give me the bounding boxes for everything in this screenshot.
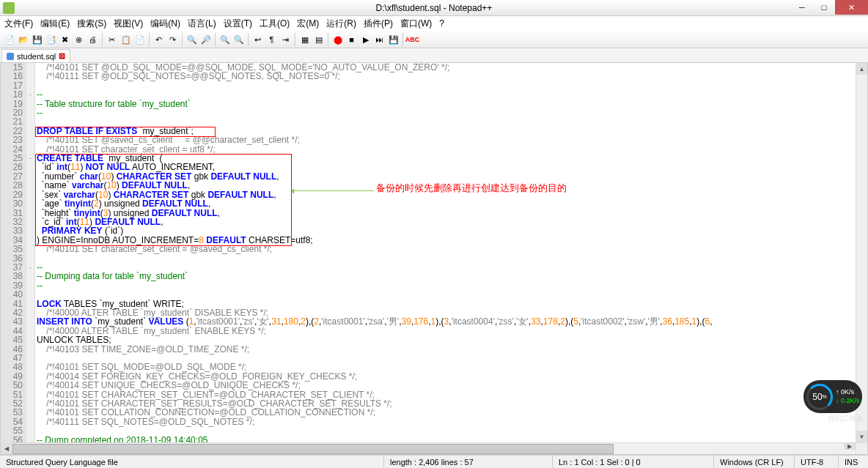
menu-item[interactable]: 编码(N) (149, 17, 182, 31)
print-icon[interactable]: 🖨 (87, 34, 99, 46)
spellcheck-icon[interactable]: ABC (406, 34, 419, 46)
annotation-text: 备份的时候先删除再进行创建达到备份的目的 (376, 184, 567, 193)
menu-item[interactable]: ? (438, 18, 446, 29)
wrap-icon[interactable]: ↩ (251, 34, 264, 46)
menu-bar: 文件(F)编辑(E)搜索(S)视图(V)编码(N)语言(L)设置(T)工具(O)… (0, 16, 868, 31)
app-icon (3, 2, 15, 14)
title-bar: D:\xfl\student.sql - Notepad++ ─ □ ✕ (0, 0, 868, 16)
tab-student-sql[interactable]: student.sql ⊠ (1, 49, 70, 62)
tab-close-icon[interactable]: ⊠ (59, 51, 65, 61)
menu-item[interactable]: 视图(V) (112, 17, 144, 31)
fold-icon[interactable]: ▦ (298, 34, 311, 46)
indent-icon[interactable]: ⇥ (279, 34, 292, 46)
annotation-arrow (292, 190, 374, 191)
savemacro-icon[interactable]: 💾 (387, 34, 400, 46)
scroll-thumb[interactable] (12, 444, 614, 454)
status-insert: INS (839, 456, 868, 468)
close-icon[interactable]: ✖ (59, 34, 71, 46)
zoomout-icon[interactable]: 🔍 (232, 34, 245, 46)
save-icon[interactable]: 💾 (31, 34, 43, 46)
zoomin-icon[interactable]: 🔍 (218, 34, 231, 46)
minimize-button[interactable]: ─ (791, 0, 813, 15)
open-icon[interactable]: 📂 (17, 34, 29, 46)
replace-icon[interactable]: 🔎 (199, 34, 212, 46)
tab-label: student.sql (17, 52, 56, 61)
scroll-corner (856, 442, 867, 454)
scroll-down-icon[interactable]: ▼ (856, 431, 867, 442)
cpu-percent: 50% (806, 384, 833, 410)
toolbar: 📄 📂 💾 📑 ✖ ⊗ 🖨 ✂ 📋 📄 ↶ ↷ 🔍 🔎 🔍 🔍 ↩ ¶ ⇥ ▦ … (0, 31, 868, 48)
paste-icon[interactable]: 📄 (133, 34, 146, 46)
cut-icon[interactable]: ✂ (106, 34, 118, 46)
menu-item[interactable]: 语言(L) (186, 17, 218, 31)
menu-item[interactable]: 工具(O) (258, 17, 291, 31)
invisible-icon[interactable]: ¶ (265, 34, 278, 46)
undo-icon[interactable]: ↶ (152, 34, 165, 46)
copy-icon[interactable]: 📋 (119, 34, 132, 46)
menu-item[interactable]: 文件(F) (3, 17, 34, 31)
menu-item[interactable]: 窗口(W) (399, 17, 433, 31)
file-icon (7, 53, 14, 60)
watermark: @51C博客 (828, 414, 864, 424)
status-encoding: UTF-8 (795, 456, 839, 468)
status-language: Structured Query Language file (0, 456, 384, 468)
tab-bar: student.sql ⊠ (0, 48, 868, 63)
play-icon[interactable]: ▶ (359, 34, 372, 46)
net-stats: ↑ 0K/s ↓ 0.2K/s (836, 388, 860, 405)
stop-icon[interactable]: ■ (345, 34, 358, 46)
scroll-right-icon[interactable]: ▶ (844, 443, 856, 450)
fold-gutter[interactable]: - - - (26, 63, 35, 454)
window-title: D:\xfl\student.sql - Notepad++ (376, 3, 493, 13)
scroll-left-icon[interactable]: ◀ (1, 443, 12, 454)
saveall-icon[interactable]: 📑 (45, 34, 57, 46)
closeall-icon[interactable]: ⊗ (73, 34, 85, 46)
network-widget[interactable]: 50% ↑ 0K/s ↓ 0.2K/s (803, 380, 862, 413)
status-bar: Structured Query Language file length : … (0, 455, 868, 468)
redo-icon[interactable]: ↷ (166, 34, 179, 46)
unfold-icon[interactable]: ▤ (312, 34, 325, 46)
maximize-button[interactable]: □ (813, 0, 835, 15)
macro-icon[interactable]: ⬤ (331, 34, 344, 46)
horizontal-scrollbar[interactable]: ◀ ▶ (1, 442, 856, 454)
code-area[interactable]: /*!40101 SET @OLD_SQL_MODE=@@SQL_MODE, S… (35, 63, 867, 454)
status-length: length : 2,406 lines : 57 (384, 456, 553, 468)
menu-item[interactable]: 搜索(S) (76, 17, 108, 31)
status-position: Ln : 1 Col : 1 Sel : 0 | 0 (553, 456, 714, 468)
line-gutter: 1516171819202122232425262728293031323334… (1, 63, 26, 454)
menu-item[interactable]: 编辑(E) (39, 17, 71, 31)
close-button[interactable]: ✕ (835, 0, 868, 15)
status-eol: Windows (CR LF) (714, 456, 795, 468)
scroll-up-icon[interactable]: ▲ (856, 63, 867, 75)
playrepeat-icon[interactable]: ⏭ (373, 34, 386, 46)
find-icon[interactable]: 🔍 (185, 34, 198, 46)
new-icon[interactable]: 📄 (3, 34, 15, 46)
menu-item[interactable]: 宏(M) (295, 17, 320, 31)
editor: 1516171819202122232425262728293031323334… (0, 63, 868, 455)
menu-item[interactable]: 设置(T) (222, 17, 254, 31)
menu-item[interactable]: 运行(R) (325, 17, 358, 31)
menu-item[interactable]: 插件(P) (362, 17, 394, 31)
